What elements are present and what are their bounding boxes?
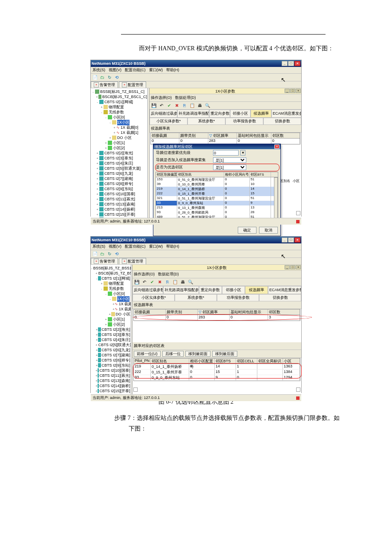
- col-pilot-pn[interactable]: Pilot_PN: [134, 358, 151, 364]
- save-icon[interactable]: 💾: [151, 103, 157, 109]
- tree-cbts-sibling[interactable]: +CBTS I2[15][开泰]: [91, 388, 130, 393]
- panel-min-icon[interactable]: _: [285, 89, 290, 93]
- btn-neighbor[interactable]: 邻接小区: [222, 286, 245, 294]
- col-freq[interactable]: 邻区频率: [213, 133, 228, 139]
- tab-config[interactable]: × 配置管理: [119, 258, 146, 264]
- back-icon[interactable]: ⟲: [114, 251, 120, 257]
- btn-entity[interactable]: 小区实体参数*: [150, 118, 187, 125]
- menu-config[interactable]: 配置功能(C): [125, 67, 146, 73]
- find-icon[interactable]: 🔍: [205, 103, 210, 109]
- tab-alarm[interactable]: × 告警管理: [91, 81, 118, 88]
- op-data[interactable]: 数据处理(D): [158, 272, 179, 277]
- btn-power[interactable]: 功率报告参数: [225, 118, 263, 125]
- close-button[interactable]: ×: [294, 61, 300, 66]
- tree-cbts-sibling[interactable]: +CBTS I2[2][海光]: [91, 327, 130, 332]
- find-icon[interactable]: 🔍: [187, 279, 193, 285]
- tab-close-icon[interactable]: ×: [94, 259, 99, 264]
- op-select[interactable]: 操作选择(O): [134, 272, 155, 277]
- save-icon[interactable]: 💾: [134, 279, 140, 285]
- tab-alarm[interactable]: × 告警管理: [91, 258, 118, 264]
- btn-supp-channel[interactable]: 补充路调连率指配参数: [163, 286, 199, 294]
- col-bts-time[interactable]: 基站时间包括显示: [230, 309, 268, 315]
- open-icon[interactable]: 🗀: [99, 75, 105, 81]
- col-band[interactable]: 频带类别: [166, 309, 198, 315]
- table-row[interactable]: 1530_51_0_泰州海陵营业厅051: [156, 177, 278, 182]
- col-freq[interactable]: 邻区频率: [202, 309, 218, 315]
- menu-window[interactable]: 窗口(W): [149, 67, 163, 73]
- tree-cbts-sibling[interactable]: +CBTS I2[6][九龙]: [91, 347, 130, 353]
- op-data[interactable]: 数据处理(D): [175, 95, 196, 101]
- back-icon[interactable]: ⟲: [114, 75, 120, 81]
- btn-supp-channel[interactable]: 补充路调连率指配参数: [177, 110, 210, 118]
- paste-icon[interactable]: 📋: [172, 279, 178, 285]
- tree-cbts-sibling[interactable]: +CBTS I2[5][联通大厦]: [91, 342, 130, 347]
- tree-cbts-sibling[interactable]: +CBTS I2[14][扬桥]: [91, 207, 147, 212]
- maximize-button[interactable]: □: [288, 237, 294, 243]
- col-ncount[interactable]: 邻区数: [271, 133, 300, 138]
- btn-candfreq[interactable]: 候选频率: [245, 286, 268, 294]
- table-row[interactable]: 330_9_0_泰州东站09: [156, 201, 278, 205]
- tree-cbts-sibling[interactable]: +CBTS I2[14][扬桥]: [91, 383, 130, 388]
- col-carrier[interactable]: 邻接载频: [134, 309, 166, 315]
- refresh-icon[interactable]: ↻: [107, 75, 112, 81]
- table-row[interactable]: 2190_14_1_泰州扬桥014: [156, 187, 278, 191]
- btn-system[interactable]: 系统参数*: [175, 294, 217, 301]
- col-bts[interactable]: 邻区BTS: [215, 358, 236, 364]
- menu-system[interactable]: 系统(S): [92, 67, 105, 73]
- move-down-button[interactable]: 后移一位: [162, 351, 184, 357]
- btn-system[interactable]: 系统参数*: [187, 118, 225, 125]
- copy-icon[interactable]: ⎘: [164, 279, 170, 285]
- table-row[interactable]: 2190_14_1_泰州扬桥01411363: [134, 364, 300, 370]
- op-select[interactable]: 操作选择(O): [151, 95, 172, 101]
- delete-icon[interactable]: ✖: [157, 279, 163, 285]
- btn-reverse-link[interactable]: 反向链路过载参数: [133, 286, 163, 294]
- scroll-right-icon[interactable]: [296, 211, 300, 215]
- menu-system[interactable]: 系统(S): [92, 244, 105, 249]
- tab-close-icon[interactable]: ×: [122, 259, 127, 264]
- move-up-button[interactable]: 前移一位(U): [134, 351, 161, 357]
- tree-cbts-sibling[interactable]: +CBTS I2[11][暮光]: [91, 197, 147, 202]
- tree-cbts-sibling[interactable]: +CBTS I2[11][暮光]: [91, 373, 130, 378]
- col-alias[interactable]: 邻区别名: [177, 172, 224, 177]
- btn-reverse-link[interactable]: 反向链路过载参数: [150, 110, 177, 118]
- cancel-button[interactable]: 取消: [259, 227, 278, 234]
- tree-cbts-sibling[interactable]: +CBTS I2[15][开泰]: [91, 212, 147, 217]
- menu-view[interactable]: 视图(V): [109, 244, 121, 249]
- col-ncount[interactable]: 邻区数: [268, 309, 300, 315]
- menu-window[interactable]: 窗口(W): [149, 244, 163, 249]
- tree-cbts-sibling[interactable]: +CBTS I2[4][朱庄]: [91, 161, 147, 166]
- panel-min-icon[interactable]: _: [285, 265, 290, 269]
- tree-cbts-sibling[interactable]: +CBTS I2[13][森南]: [91, 378, 130, 383]
- tree-cbts-sibling[interactable]: +CBTS I2[6][九龙]: [91, 171, 147, 176]
- tree-cbts-sibling[interactable]: +CBTS I2[10][国泰]: [91, 368, 130, 373]
- menu-view[interactable]: 视图(V): [109, 67, 121, 73]
- menu-help[interactable]: 帮助(H): [166, 244, 179, 249]
- tree-cbts-sibling[interactable]: +CBTS I2[8][师专]: [91, 181, 147, 186]
- dialog-close-icon[interactable]: ×: [274, 145, 280, 149]
- panel-close-icon[interactable]: ×: [296, 265, 301, 269]
- table-row[interactable]: 330_9_0_泰州东站0901294: [134, 375, 300, 381]
- preferred-select[interactable]: 是[1]: [213, 165, 246, 170]
- addset-select[interactable]: 是[1]: [213, 157, 246, 163]
- col-cfgno[interactable]: 相邻小区局向号: [224, 172, 250, 177]
- col-pn-offset[interactable]: 邻区导频偏置: [156, 172, 177, 177]
- accept-icon[interactable]: ✔: [166, 103, 172, 109]
- expand-icon[interactable]: -: [91, 90, 95, 94]
- panel-close-icon[interactable]: ×: [296, 89, 301, 93]
- close-button[interactable]: ×: [294, 237, 300, 243]
- tree-cbts-sibling[interactable]: +CBTS I2[8][师专]: [91, 358, 130, 363]
- move-bottom-button[interactable]: 移到最后面: [212, 351, 237, 357]
- panel-max-icon[interactable]: □: [290, 265, 295, 269]
- btn-candfreq[interactable]: 候选频率: [251, 110, 271, 118]
- btn-neighbor[interactable]: 邻接小区: [230, 110, 251, 118]
- paste-icon[interactable]: 📋: [189, 103, 195, 109]
- table-row[interactable]: 2220_15_1_泰州开泰015: [156, 191, 278, 196]
- btn-ecam[interactable]: ECAM消息重发参数表: [268, 286, 301, 294]
- scroll-right-icon[interactable]: [296, 387, 300, 392]
- table-row[interactable]: 3210_51_1_泰州海陵营业厅051: [156, 196, 278, 201]
- refresh-icon[interactable]: ↻: [107, 251, 112, 257]
- tree-cbts-sibling[interactable]: +CBTS I2[4][朱庄]: [91, 337, 130, 342]
- undo-icon[interactable]: ↶: [141, 279, 147, 285]
- col-bts[interactable]: 邻区BTS: [250, 172, 271, 177]
- ok-button[interactable]: 确定: [238, 227, 257, 234]
